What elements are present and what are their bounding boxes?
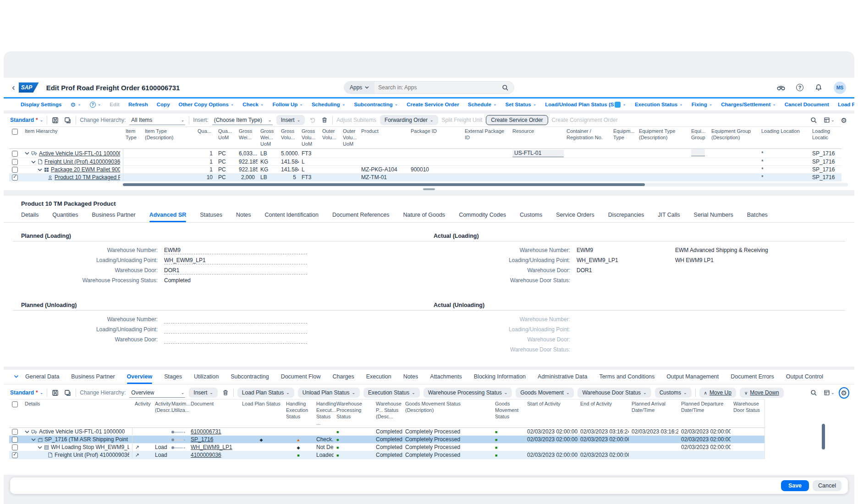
adjust-subitems-button[interactable]: Adjust Subitems: [336, 117, 376, 123]
back-button[interactable]: ‹: [12, 82, 19, 93]
row-checkbox[interactable]: [12, 452, 18, 458]
item-link[interactable]: Freight Unit (Prof) 4100009036: [44, 159, 120, 165]
column-header[interactable]: Loading Location: [759, 127, 809, 149]
collapse-toggle-icon[interactable]: [38, 168, 42, 171]
collapse-toggle-icon[interactable]: [25, 430, 29, 433]
menu-action[interactable]: Scheduling: [312, 102, 346, 107]
column-header[interactable]: Outer Volu...: [319, 127, 340, 149]
column-header[interactable]: Qua...: [195, 127, 215, 149]
table-row[interactable]: WH Loading Stop WH_EWM9_LP1 / EW ↗ Load …: [9, 444, 764, 451]
status-menu-button[interactable]: Customs: [655, 388, 692, 398]
column-header[interactable]: Goods Movement Status (Description): [402, 400, 492, 428]
row-checkbox[interactable]: [12, 444, 18, 450]
export-icon[interactable]: [823, 389, 836, 397]
tab[interactable]: Charges: [332, 373, 354, 384]
copy-view-icon[interactable]: [63, 116, 72, 125]
loading-point-field[interactable]: [164, 325, 307, 334]
tab[interactable]: Business Partner: [71, 373, 115, 384]
document-link[interactable]: SP_1716: [191, 436, 213, 443]
column-header[interactable]: Activity: [132, 400, 152, 428]
collapse-toggle-icon[interactable]: [25, 152, 29, 155]
column-header[interactable]: Gross Volu...: [278, 127, 299, 149]
menu-action[interactable]: Check: [242, 102, 264, 107]
table-row[interactable]: Package 20 EWM Pallet 900010 1PC 922.185…: [9, 166, 842, 174]
tab[interactable]: Output Management: [666, 373, 719, 384]
column-header[interactable]: Container / Registration No.: [564, 127, 610, 149]
column-header[interactable]: Item Type (Description): [142, 127, 195, 149]
tab[interactable]: Content Identification: [265, 212, 319, 222]
document-link[interactable]: 6100006731: [191, 428, 221, 435]
tab[interactable]: Notes: [236, 212, 251, 222]
column-header[interactable]: Activity (Descr...: [152, 400, 169, 428]
tab[interactable]: Subcontracting: [231, 373, 269, 384]
menu-action[interactable]: Copy: [157, 102, 170, 107]
item-link[interactable]: Product 10 TM Packaged Product: [55, 174, 120, 181]
tab[interactable]: Stages: [164, 373, 182, 384]
collapse-toggle-icon[interactable]: [31, 160, 36, 164]
create-consignment-order-button[interactable]: Create Consignment Order: [552, 117, 618, 123]
menu-action[interactable]: Edit: [110, 102, 120, 107]
view-selector[interactable]: Standard*: [10, 117, 43, 123]
status-menu-button[interactable]: Warehouse Door Status: [578, 388, 651, 398]
column-header[interactable]: Qua... UoM: [215, 127, 236, 149]
column-header[interactable]: Gross Wei...: [236, 127, 258, 149]
tab[interactable]: Business Partner: [92, 212, 136, 222]
menu-action[interactable]: Create Service Order: [407, 102, 459, 107]
tab[interactable]: Blocking Information: [474, 373, 526, 384]
save-view-icon[interactable]: [51, 116, 60, 125]
tab[interactable]: Terms and Conditions: [599, 373, 654, 384]
column-header[interactable]: Handling Execut... Status ...: [314, 400, 334, 428]
column-header[interactable]: Equipm... Type: [610, 127, 636, 149]
column-header[interactable]: Loading Locatic: [809, 127, 842, 149]
search-input[interactable]: [374, 84, 501, 91]
column-header[interactable]: Item Hierarchy: [22, 127, 123, 149]
select-all-checkbox[interactable]: [12, 401, 18, 407]
column-header[interactable]: Equipment Type (Description): [636, 127, 688, 149]
column-header[interactable]: Start of Activity: [524, 400, 578, 428]
tab[interactable]: Utilization: [194, 373, 219, 384]
table-search-icon[interactable]: [809, 116, 818, 125]
column-header[interactable]: Equipment Group (Description): [709, 127, 759, 149]
forwarding-order-button[interactable]: Forwarding Order: [380, 115, 438, 125]
menu-action[interactable]: Follow Up: [272, 102, 302, 107]
save-button[interactable]: Save: [781, 480, 809, 491]
tab[interactable]: Document References: [332, 212, 389, 222]
column-header[interactable]: External Package ID: [462, 127, 510, 149]
move-down-button[interactable]: ∨Move Down: [740, 388, 784, 398]
item-link[interactable]: Package 20 EWM Pallet 900010: [51, 166, 120, 173]
column-header[interactable]: Planned Arrival Date/Time: [629, 400, 678, 428]
row-checkbox[interactable]: [12, 159, 18, 165]
warehouse-door-field[interactable]: DOR1: [164, 266, 307, 274]
menu-action[interactable]: Load/Unload Plan Status (S: [545, 102, 626, 108]
create-service-order-button[interactable]: Create Service Order: [486, 115, 548, 125]
table-row[interactable]: Active Vehicle US-FTL-01 1000000 6100006…: [9, 428, 764, 436]
horizontal-scrollbar-thumb[interactable]: [123, 183, 645, 186]
tab[interactable]: Customs: [520, 212, 542, 222]
hierarchy-select[interactable]: All Items: [129, 115, 185, 125]
row-checkbox[interactable]: [12, 429, 18, 435]
column-header[interactable]: Warehouse P... Status (Desc...: [373, 400, 402, 428]
column-header[interactable]: Warehouse Door Status: [731, 400, 764, 428]
tab[interactable]: Notes: [403, 373, 418, 384]
column-header[interactable]: Maxim... Utiliza...: [169, 400, 188, 428]
search-icon[interactable]: [501, 83, 509, 92]
help-icon[interactable]: ?: [796, 84, 803, 91]
column-header[interactable]: Handling Execution Status: [283, 400, 314, 428]
tab[interactable]: Serial Numbers: [694, 212, 733, 222]
search-scope-select[interactable]: Apps: [344, 82, 374, 93]
horizontal-scrollbar[interactable]: [123, 183, 848, 186]
resource-input[interactable]: US-FTL-01: [512, 150, 564, 157]
insert-button[interactable]: Insert: [276, 115, 305, 125]
status-menu-button[interactable]: Unload Plan Status: [298, 388, 360, 398]
tab[interactable]: Execution: [366, 373, 391, 384]
menu-action[interactable]: Subcontracting: [354, 102, 398, 107]
warehouse-number-field[interactable]: EWM9: [164, 246, 307, 254]
column-header[interactable]: Warehouse Processing Status: [334, 400, 373, 428]
document-link[interactable]: WH_EWM9_LP1: [191, 444, 232, 450]
notifications-bell-icon[interactable]: [814, 83, 823, 92]
menu-action[interactable]: Set Status: [505, 102, 536, 107]
tab[interactable]: Details: [21, 212, 38, 222]
menu-action[interactable]: Execution Status: [635, 102, 683, 107]
menu-action[interactable]: Charges/Settlement: [721, 102, 776, 107]
menu-action[interactable]: Load Plan Status (Packaging): [838, 102, 854, 107]
